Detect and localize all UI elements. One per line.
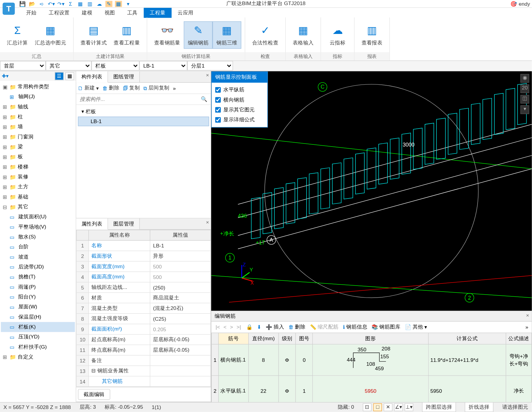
col-header[interactable]: 图号 [295, 333, 313, 344]
menu-item[interactable]: 云应用 [172, 8, 200, 17]
tool-icon[interactable]: ▾ [521, 105, 529, 114]
import-icon[interactable]: ⬇ [257, 324, 261, 330]
component-select[interactable]: LB-1 [139, 61, 187, 71]
delete-button[interactable]: 🗑删除 [102, 84, 120, 92]
property-row[interactable]: 3截面宽度(mm)500 [76, 261, 210, 272]
tree-item[interactable]: ⊞📁梁 [1, 142, 75, 152]
menu-item[interactable]: 工具 [121, 8, 144, 17]
other-button[interactable]: 📄其他 ▾ [405, 323, 427, 331]
checkbox-row[interactable]: 横向钢筋 [215, 96, 264, 104]
ribbon-button[interactable]: 👓查看钢筋量 [151, 22, 184, 48]
tool-icon[interactable]: ⊡ [363, 403, 371, 411]
ribbon-button[interactable]: ▦汇总选中图元 [31, 22, 70, 48]
category-select[interactable]: 其它 [46, 61, 91, 71]
tree-item[interactable]: ▭压顶(YD) [1, 332, 75, 342]
type-select[interactable]: 栏板 [91, 61, 139, 71]
checkbox[interactable] [215, 107, 221, 113]
section-edit-button[interactable]: 截面编辑 [78, 389, 110, 400]
tool-icon[interactable]: ✕ [384, 403, 393, 411]
polyline-button[interactable]: 折线选择 [465, 402, 494, 412]
save-icon[interactable]: 💾 [19, 1, 26, 7]
property-row[interactable]: 12备注 [76, 355, 210, 366]
tree-item[interactable]: ▭台阶 [1, 242, 75, 252]
col-header[interactable]: 计算公式 [428, 333, 506, 344]
tree-item[interactable]: ▭栏杆扶手(G) [1, 342, 75, 352]
open-icon[interactable]: 📂 [29, 1, 36, 7]
property-row[interactable]: 7混凝土类型(混凝土20石) [76, 303, 210, 314]
tool-icon[interactable]: ◉ [521, 74, 529, 83]
ribbon-button[interactable]: ▥查看报表 [358, 22, 386, 48]
ribbon-button[interactable]: ▤查看计算式 [77, 22, 110, 48]
property-row[interactable]: 2截面形状异形 [76, 251, 210, 261]
grid-view-icon[interactable]: ▦ [65, 72, 74, 80]
col-header[interactable]: 图形 [313, 333, 428, 344]
search-icon[interactable]: 🔍 [198, 95, 210, 104]
menu-item[interactable]: 工程设置 [43, 8, 76, 17]
col-header[interactable]: 直径(mm) [248, 333, 278, 344]
delete-button[interactable]: 🗑删除 [289, 323, 306, 331]
property-row[interactable]: 11终点底标高(m)层底标高(-0.05) [76, 345, 210, 355]
prev-icon[interactable]: < [223, 324, 228, 330]
add-icon[interactable]: ✚▾ [2, 73, 9, 79]
tree-item[interactable]: ⊟📁其它 [1, 202, 75, 212]
tree-item[interactable]: ▭后浇带(JD) [1, 262, 75, 272]
property-row[interactable]: 10起点底标高(m)层底标高(-0.05) [76, 335, 210, 345]
ribbon-button[interactable]: ☁云指标 [325, 22, 351, 48]
col-header[interactable]: 筋号 [219, 333, 249, 344]
tree-item[interactable]: ⊞📁自定义 [1, 352, 75, 362]
tree-item[interactable]: ⊞📁装修 [1, 172, 75, 182]
tree-item[interactable]: ▭坡道 [1, 252, 75, 262]
tool-icon[interactable]: □ [373, 403, 382, 411]
floor-select[interactable]: 首层 [0, 61, 46, 71]
checkbox[interactable] [215, 87, 221, 93]
first-icon[interactable]: |< [215, 324, 221, 330]
tree-item[interactable]: ⊞📁楼梯 [1, 162, 75, 172]
tree-item[interactable]: ⊞📁板 [1, 152, 75, 162]
property-row[interactable]: 8混凝土强度等级(C25) [76, 314, 210, 324]
tree-item[interactable]: ⊞📁轴线 [1, 102, 75, 112]
3d-viewport[interactable]: 钢筋显示控制面板 水平纵筋横向钢筋显示其它图元显示详细公式 C A 1 [211, 71, 532, 311]
tree-item[interactable]: ⊞📁土方 [1, 182, 75, 192]
ribbon-button[interactable]: ▦表格输入 [289, 22, 317, 48]
forward-icon[interactable]: ➪ [38, 1, 45, 7]
insert-button[interactable]: ➕插入 [266, 323, 284, 331]
menu-item[interactable]: 开始 [20, 8, 43, 17]
rebar-row[interactable]: 2水平纵筋.122Φ159505950净长 [211, 376, 531, 402]
close-icon[interactable]: × [526, 312, 529, 318]
new-button[interactable]: 🗋新建 ▾ [78, 84, 99, 92]
more-icon[interactable]: » [173, 85, 176, 91]
rebar-row[interactable]: 1横向钢筋.18Φ0 208 350 155 444 108 45911.9*d… [211, 344, 531, 376]
tree-item[interactable]: ▭平整场地(V) [1, 222, 75, 232]
checkbox-row[interactable]: 显示详细公式 [215, 116, 264, 124]
tab-drawing-mgmt[interactable]: 图纸管理 [108, 71, 140, 82]
menu-item[interactable]: 工程量 [144, 8, 172, 17]
tree-item[interactable]: ▭雨篷(P) [1, 282, 75, 292]
close-icon[interactable]: × [206, 219, 209, 225]
col-header[interactable]: 级别 [278, 333, 295, 344]
tree-item[interactable]: ▭阳台(Y) [1, 292, 75, 302]
layer-select[interactable]: 分层1 [187, 61, 233, 71]
tab-properties[interactable]: 属性列表 [76, 218, 108, 230]
tab-component-list[interactable]: 构件列表 [76, 71, 108, 83]
close-icon[interactable]: × [206, 72, 209, 78]
report-icon[interactable]: ▥ [86, 1, 93, 7]
menu-item[interactable]: 视图 [98, 8, 121, 17]
lib-button[interactable]: 📚钢筋图库 [371, 323, 400, 331]
tree-item[interactable]: ▭建筑面积(U) [1, 212, 75, 222]
ribbon-button[interactable]: Σ汇总计算 [4, 22, 32, 48]
ruler-button[interactable]: 📏缩尺配筋 [310, 323, 339, 331]
tree-item-lb1[interactable]: LB-1 [78, 117, 209, 126]
tree-item[interactable]: ▭散水(S) [1, 232, 75, 242]
tree-item[interactable]: ⊞📁基础 [1, 192, 75, 202]
sigma-icon[interactable]: Σ [67, 1, 74, 7]
tool-icon[interactable]: ⊥▾ [405, 403, 413, 411]
last-icon[interactable]: >| [236, 324, 242, 330]
tool-icon[interactable]: 20 [521, 84, 529, 93]
property-row[interactable]: 13⊟ 钢筋业务属性 [76, 366, 210, 376]
tree-root[interactable]: ▾ 栏板 [78, 107, 209, 117]
ribbon-button[interactable]: ▦钢筋三维 [212, 21, 241, 48]
next-icon[interactable]: > [229, 324, 234, 330]
tree-item[interactable]: ⊞📁柱 [1, 112, 75, 122]
tab-layer-mgmt[interactable]: 图层管理 [108, 218, 140, 229]
grid-icon[interactable]: ▦ [77, 1, 84, 7]
